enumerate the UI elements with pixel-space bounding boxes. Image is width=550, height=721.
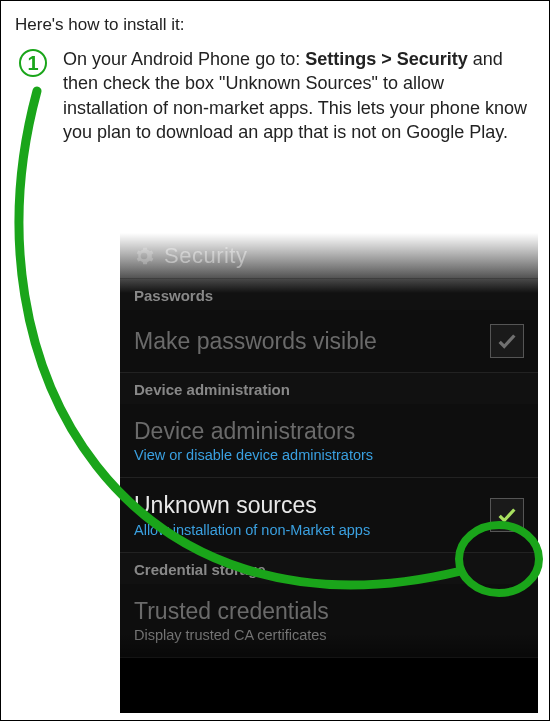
section-passwords: Passwords <box>120 279 538 310</box>
row-trusted-credentials[interactable]: Trusted credentials Display trusted CA c… <box>120 584 538 658</box>
row-make-passwords-visible[interactable]: Make passwords visible <box>120 310 538 373</box>
step-text-bold: Settings > Security <box>305 49 468 69</box>
row-device-administrators[interactable]: Device administrators View or disable de… <box>120 404 538 478</box>
step-text-before: On your Android Phone go to: <box>63 49 305 69</box>
gear-icon <box>134 246 154 266</box>
checkbox-unknown-sources[interactable] <box>490 498 524 532</box>
phone-header: Security <box>120 233 538 279</box>
step-1: 1 On your Android Phone go to: Settings … <box>1 43 549 144</box>
row-title: Trusted credentials <box>134 598 514 624</box>
phone-header-title: Security <box>164 243 247 269</box>
row-unknown-sources[interactable]: Unknown sources Allow installation of no… <box>120 478 538 552</box>
checkmark-icon <box>496 504 518 526</box>
section-device-admin: Device administration <box>120 373 538 404</box>
checkbox-passwords-visible[interactable] <box>490 324 524 358</box>
install-heading: Here's how to install it: <box>1 1 549 43</box>
row-title: Make passwords visible <box>134 328 480 354</box>
step-number-badge: 1 <box>19 49 47 77</box>
checkmark-icon <box>496 330 518 352</box>
row-sub: Display trusted CA certificates <box>134 627 514 643</box>
phone-screenshot: Security Passwords Make passwords visibl… <box>120 233 538 713</box>
row-sub: View or disable device administrators <box>134 447 514 463</box>
section-credential-storage: Credential storage <box>120 553 538 584</box>
step-text: On your Android Phone go to: Settings > … <box>63 47 531 144</box>
row-title: Device administrators <box>134 418 514 444</box>
row-sub: Allow installation of non-Market apps <box>134 522 480 538</box>
row-title: Unknown sources <box>134 492 480 518</box>
